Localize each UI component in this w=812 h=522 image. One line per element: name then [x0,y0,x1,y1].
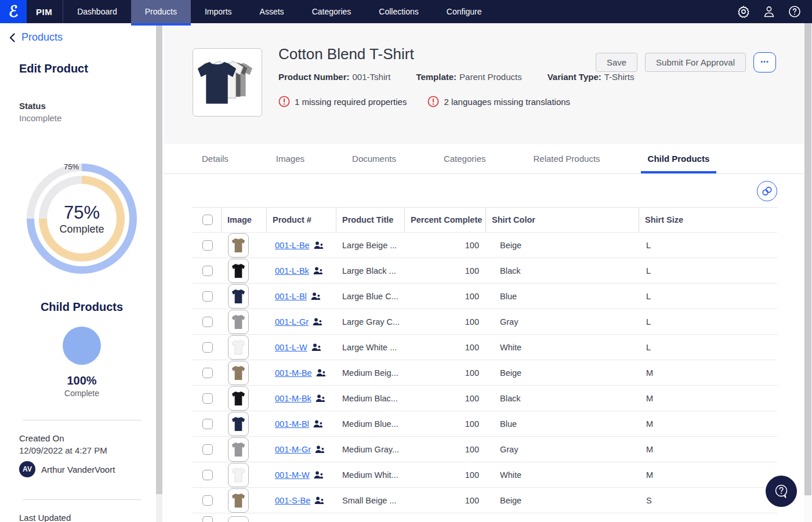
row-checkbox[interactable] [202,317,213,327]
shirt-size-cell: M [639,368,777,378]
link-icon [761,185,773,197]
row-checkbox[interactable] [202,393,213,404]
nav-item-configure[interactable]: Configure [433,0,496,23]
row-checkbox[interactable] [202,516,213,522]
product-link[interactable]: 001-L-Be [275,241,310,250]
main-navigation: Dashboard Products Imports Assets Catego… [63,0,495,23]
tab-child-products[interactable]: Child Products [642,144,716,173]
completeness-donut-chart: 75% 75% Complete [27,164,137,274]
sidebar-scrollbar[interactable] [156,23,162,522]
row-checkbox[interactable] [202,266,213,276]
product-image [193,48,262,117]
shirt-size-cell: M [639,394,777,403]
tab-details[interactable]: Details [196,144,234,173]
table-body: 001-L-Be Large Beige ... 100 Beige L [193,233,777,522]
nav-item-collections[interactable]: Collections [365,0,432,23]
select-all-checkbox[interactable] [202,215,213,225]
last-updated-label: Last Updated [19,513,164,522]
row-checkbox[interactable] [202,470,213,480]
product-meta-row: Product Number:001-Tshirt Template:Paren… [278,72,634,82]
row-checkbox[interactable] [202,495,213,506]
shirt-thumbnail-icon [231,416,245,432]
more-actions-button[interactable]: ••• [753,52,776,72]
percent-cell: 100 [405,496,486,505]
product-link[interactable]: 001-M-Bk [275,394,311,403]
nav-item-assets[interactable]: Assets [246,0,298,23]
users-icon [313,419,323,428]
product-link[interactable]: 001-S-Be [275,496,310,505]
row-checkbox[interactable] [202,444,213,455]
child-products-table: Image Product # Product Title Percent Co… [193,207,777,522]
warning-icon [278,96,290,107]
row-checkbox[interactable] [202,342,213,353]
product-number-field: Product Number:001-Tshirt [278,72,390,82]
table-header-row: Image Product # Product Title Percent Co… [193,207,777,233]
back-to-products-link[interactable]: Products [8,31,164,44]
nav-item-imports[interactable]: Imports [191,0,246,23]
product-link[interactable]: 001-M-Be [275,368,312,378]
shirt-color-cell: White [486,470,639,480]
child-products-panel: Image Product # Product Title Percent Co… [164,174,804,522]
sidebar-divider [23,420,141,420]
tab-images[interactable]: Images [270,144,310,173]
navbar-actions [737,0,812,23]
shirt-thumbnail-icon [231,390,245,407]
product-link[interactable]: 001-M-W [275,470,310,480]
row-checkbox[interactable] [202,419,213,429]
help-icon[interactable] [788,5,802,19]
tab-categories[interactable]: Categories [438,144,492,173]
status-value: Incomplete [19,113,164,123]
column-header-percent-complete: Percent Complete [405,208,486,232]
page-scrollbar[interactable] [804,23,812,522]
nav-item-products[interactable]: Products [131,0,191,23]
nav-item-dashboard[interactable]: Dashboard [63,0,131,23]
app-logo[interactable]: ℰ [0,0,27,23]
table-row: 001-M-Gr Medium Gray... 100 Gray M [193,437,777,462]
child-products-circle-chart [63,327,101,365]
percent-cell: 100 [405,292,486,301]
user-icon[interactable] [762,5,776,19]
product-thumbnail [228,310,249,334]
product-tabs: Details Images Documents Categories Rela… [164,144,804,174]
percent-cell: 100 [405,445,486,454]
child-products-caption: Complete [0,389,164,398]
product-link[interactable]: 001-L-Gr [275,317,309,327]
variant-type-field: Variant Type:T-Shirts [548,72,635,82]
product-title-cell: Large Beige ... [336,241,405,250]
submit-for-approval-button[interactable]: Submit For Approval [645,53,746,72]
product-thumbnail [228,437,249,462]
product-thumbnail [228,386,249,411]
help-chat-button[interactable] [766,476,797,507]
back-link-label: Products [21,31,63,44]
chevron-left-icon [8,32,17,43]
shirt-thumbnail-icon [231,339,245,356]
settings-icon[interactable] [737,5,751,19]
product-link[interactable]: 001-M-Bl [275,419,309,429]
link-products-button[interactable] [757,181,777,201]
users-icon [316,394,325,403]
product-link[interactable]: 001-L-W [275,343,307,352]
shirt-thumbnail-icon [231,467,245,483]
table-row: 001-M-Bl Medium Blue... 100 Blue M [193,411,777,437]
product-thumbnail [228,284,249,309]
save-button[interactable]: Save [596,53,637,72]
tab-related-products[interactable]: Related Products [527,144,606,173]
users-icon [315,445,325,454]
row-checkbox[interactable] [202,291,213,302]
shirt-size-cell: S [639,496,777,505]
created-on-date: 12/09/2022 at 4:27 PM [19,445,164,455]
product-link[interactable]: 001-L-Bl [275,292,307,301]
product-link[interactable]: 001-M-Gr [275,445,311,454]
shirt-color-cell: Blue [486,419,639,429]
shirt-color-cell: Blue [486,292,639,301]
percent-cell: 100 [405,470,486,480]
column-header-shirt-size: Shirt Size [639,208,777,232]
row-checkbox[interactable] [202,240,213,251]
product-title-cell: Large White ... [336,343,405,352]
table-row: 001-L-Be Large Beige ... 100 Beige L [193,233,777,258]
product-title-cell: Large Blue C... [336,292,405,301]
product-link[interactable]: 001-L-Bk [275,266,309,276]
nav-item-categories[interactable]: Categories [298,0,365,23]
tab-documents[interactable]: Documents [346,144,402,173]
row-checkbox[interactable] [202,368,213,378]
